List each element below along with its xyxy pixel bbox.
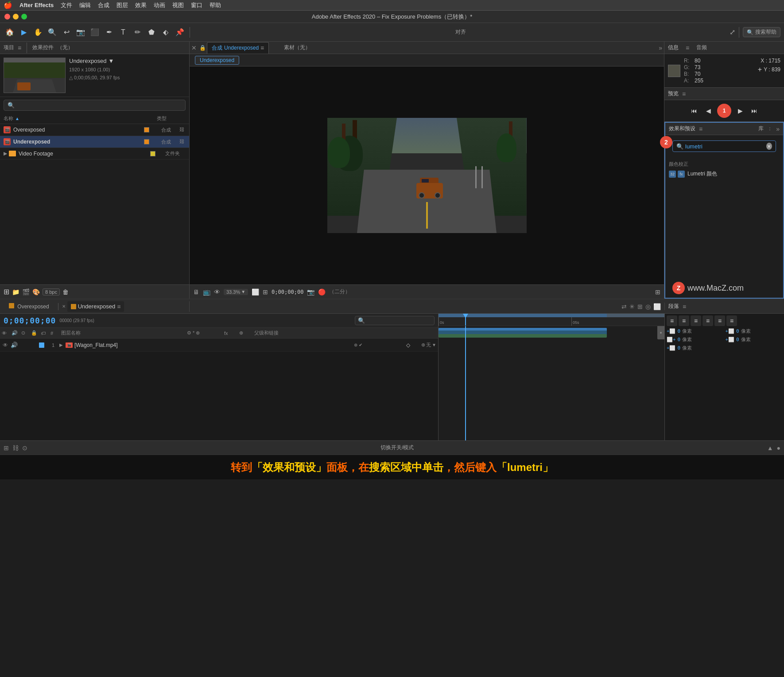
list-item[interactable]: 🎬 Underexposed 合成 ⛓ xyxy=(0,136,189,148)
table-row[interactable]: 👁 🔊 1 ▶ 🎬 [Wagon_Flat.mp4] ⊕ ✔ ◇ xyxy=(0,338,438,352)
effects-item[interactable]: 32 fx Lumetri 颜色 xyxy=(669,168,780,179)
rotate-tool[interactable]: ↩ xyxy=(60,26,73,39)
list-item[interactable]: 🎬 Overexposed 合成 ⛓ xyxy=(0,124,189,136)
puppet-tool[interactable]: 📌 xyxy=(174,26,186,39)
keyframe-icon[interactable]: ◇ xyxy=(406,342,410,348)
comp-btn[interactable]: 🎬 xyxy=(22,288,30,296)
tab-composition[interactable]: 合成 Underexposed ≡ xyxy=(207,42,269,54)
expand-layer-icon[interactable]: ▶ xyxy=(59,342,63,347)
status-icon1[interactable]: ⊞ xyxy=(4,444,9,451)
file-menu[interactable]: 文件 xyxy=(61,1,72,9)
layer-bar-green[interactable] xyxy=(439,334,607,338)
timeline-tab-underexposed[interactable]: Underexposed ≡ xyxy=(67,301,124,312)
composition-menu[interactable]: 合成 xyxy=(98,1,109,9)
help-menu[interactable]: 帮助 xyxy=(210,1,221,9)
more-effects-icon[interactable]: » xyxy=(776,125,780,132)
status-icon3[interactable]: ⊙ xyxy=(22,444,27,451)
status-circle-icon[interactable]: ● xyxy=(777,444,780,451)
align-left-button[interactable]: ≡ xyxy=(667,315,677,326)
zoom-tool[interactable]: 🔍 xyxy=(46,26,58,39)
edit-menu[interactable]: 编辑 xyxy=(79,1,91,9)
text-tool[interactable]: T xyxy=(117,26,129,39)
select-tool[interactable]: ▶ xyxy=(18,26,30,39)
timeline-tool4[interactable]: ◎ xyxy=(645,303,651,310)
info-menu-icon[interactable]: ≡ xyxy=(686,44,689,51)
preview-menu-icon[interactable]: ≡ xyxy=(682,90,686,97)
switch-mode-label[interactable]: 切换开关/模式 xyxy=(31,444,764,451)
audio-toggle[interactable]: 🔊 xyxy=(11,342,18,349)
status-up-icon[interactable]: ▲ xyxy=(767,444,773,451)
grid-icon[interactable]: ⊞ xyxy=(263,288,268,296)
status-icon2[interactable]: ⛓ xyxy=(12,444,19,451)
safe-frames-icon[interactable]: 📺 xyxy=(203,288,210,296)
effects-menu[interactable]: 效果 xyxy=(135,1,147,9)
snapshot-icon[interactable]: 📷 xyxy=(307,288,314,296)
maximize-button[interactable] xyxy=(21,14,27,19)
project-search-input[interactable] xyxy=(16,102,182,109)
tab-footage[interactable]: 素材（无） xyxy=(279,42,315,53)
effects-search-bar[interactable]: 🔍 ✕ xyxy=(672,140,776,152)
effects-search-input[interactable] xyxy=(685,143,765,150)
app-menu[interactable]: After Effects xyxy=(19,2,54,8)
info-tab[interactable]: 信息 xyxy=(668,44,679,51)
color-btn[interactable]: 🎨 xyxy=(32,288,40,296)
composition-preview[interactable] xyxy=(190,66,664,284)
more-options-icon[interactable]: » xyxy=(659,44,662,51)
library-button[interactable]: 库 xyxy=(758,125,764,132)
stamp-tool[interactable]: ⬟ xyxy=(145,26,158,39)
segment-menu-icon[interactable]: ≡ xyxy=(683,303,686,310)
switch-icon[interactable]: ⊕ xyxy=(354,342,357,347)
parent-dropdown-icon[interactable]: ▼ xyxy=(432,342,436,347)
play-button[interactable]: 1 xyxy=(717,104,731,118)
close-tab-icon[interactable]: ✕ xyxy=(62,304,66,309)
home-tool[interactable]: 🏠 xyxy=(4,26,16,39)
brush-tool[interactable]: ✏ xyxy=(131,26,144,39)
playhead[interactable] xyxy=(465,314,466,326)
effects-menu-icon[interactable]: ≡ xyxy=(699,125,702,132)
overlay-icon[interactable]: 👁 xyxy=(214,288,220,296)
timeline-search-input[interactable] xyxy=(367,318,431,323)
expand-tool[interactable]: ⤢ xyxy=(730,28,735,36)
step-back-button[interactable]: ◀ xyxy=(703,105,714,116)
go-to-start-button[interactable]: ⏮ xyxy=(689,105,699,116)
layer-menu[interactable]: 图层 xyxy=(116,1,128,9)
view-menu[interactable]: 视图 xyxy=(172,1,184,9)
trash-icon[interactable]: 🗑 xyxy=(62,288,69,296)
tab-menu-icon[interactable]: ≡ xyxy=(260,44,264,51)
pen-tool[interactable]: ✒ xyxy=(103,26,115,39)
window-menu[interactable]: 窗口 xyxy=(191,1,202,9)
align-center-button[interactable]: ≡ xyxy=(679,315,689,326)
audio-tab[interactable]: 音频 xyxy=(696,44,707,51)
eye-toggle[interactable]: 👁 xyxy=(2,342,9,349)
close-tab-icon[interactable]: ✕ xyxy=(191,44,197,51)
tab-menu[interactable]: ≡ xyxy=(117,303,120,310)
switch-icon2[interactable]: ✔ xyxy=(359,342,362,347)
color-channel-icon[interactable]: 🔴 xyxy=(318,288,326,296)
justify-left-button[interactable]: ≡ xyxy=(702,315,713,326)
project-search-bar[interactable]: 🔍 xyxy=(4,100,186,111)
align-right-button[interactable]: ≡ xyxy=(691,315,701,326)
timeline-tool1[interactable]: ⇄ xyxy=(621,303,627,310)
rect-tool[interactable]: ⬛ xyxy=(89,26,101,39)
eraser-tool[interactable]: ⬖ xyxy=(159,26,172,39)
folder-btn[interactable]: 📁 xyxy=(12,288,19,296)
monitor-icon[interactable]: 🖥 xyxy=(193,288,199,296)
hand-tool[interactable]: ✋ xyxy=(32,26,44,39)
expand-icon[interactable]: ▶ xyxy=(4,151,7,156)
search-help-bar[interactable]: 🔍 搜索帮助 xyxy=(743,27,780,37)
timeline-tab-overexposed[interactable]: Overexposed xyxy=(4,301,54,311)
step-forward-button[interactable]: ▶ xyxy=(735,105,745,116)
list-item[interactable]: ▶ Video Footage 文件夹 xyxy=(0,148,189,160)
aspect-ratio-icon[interactable]: ⬜ xyxy=(252,288,259,296)
justify-right-button[interactable]: ≡ xyxy=(726,315,737,326)
lock-icon[interactable]: 🔒 xyxy=(199,45,206,51)
camera-tool[interactable]: 📷 xyxy=(74,26,87,39)
library-options-icon[interactable]: ： xyxy=(767,125,772,132)
animation-menu[interactable]: 动画 xyxy=(154,1,165,9)
search-clear-button[interactable]: ✕ xyxy=(766,143,772,150)
minimize-button[interactable] xyxy=(13,14,19,19)
timeline-search[interactable]: 🔍 xyxy=(355,316,435,325)
region-icon[interactable]: ⊞ xyxy=(655,288,660,296)
magnification-control[interactable]: 33.3% ▼ xyxy=(224,289,248,295)
close-button[interactable] xyxy=(4,14,10,19)
